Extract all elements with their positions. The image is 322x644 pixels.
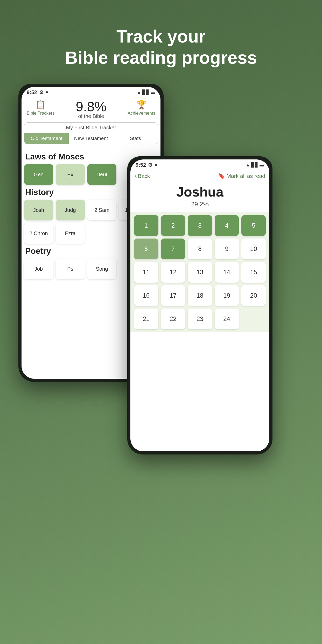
chapter-21[interactable]: 21 [134, 309, 158, 329]
back-chevron-icon: ‹ [135, 172, 137, 180]
front-phone-content: 9:52 ▲ ▊▊ ▬ ‹ Back [130, 159, 269, 451]
back-app-header: 📋 Bible Trackers 9.8% of the Bible 🏆 Ach… [22, 98, 160, 122]
chapter-20[interactable]: 20 [241, 285, 266, 306]
back-gear-icon [39, 89, 44, 96]
book-job[interactable]: Job [24, 258, 53, 279]
percentage-sub: of the Bible [76, 113, 107, 119]
back-battery-icon: ▬ [151, 90, 155, 95]
front-time: 9:52 [136, 162, 146, 168]
chapter-5[interactable]: 5 [241, 215, 266, 236]
chapter-10[interactable]: 10 [241, 239, 266, 259]
chapter-11[interactable]: 11 [134, 262, 158, 283]
tab-old-testament[interactable]: Old Testament [24, 133, 69, 144]
chapter-13[interactable]: 13 [188, 262, 212, 283]
book-2chron[interactable]: 2 Chron [24, 223, 53, 244]
back-dot-icon [46, 91, 48, 93]
back-button[interactable]: ‹ Back [135, 172, 150, 180]
back-label: Back [138, 173, 150, 179]
front-dot-icon [155, 164, 157, 166]
book-ps[interactable]: Ps [56, 258, 85, 279]
mark-all-read-label: Mark all as read [227, 173, 265, 179]
chapter-23[interactable]: 23 [188, 309, 212, 329]
chapter-18[interactable]: 18 [188, 285, 212, 306]
chapter-6[interactable]: 6 [134, 239, 158, 259]
back-phone-status-bar: 9:52 ▲ ▊▊ ▬ [22, 87, 160, 98]
achievements-btn[interactable]: 🏆 Achievements [128, 100, 155, 116]
book-ex[interactable]: Ex [56, 164, 85, 185]
chapter-1[interactable]: 1 [134, 215, 158, 236]
chapter-7[interactable]: 7 [161, 239, 185, 259]
back-signal-icon: ▊▊ [142, 89, 150, 95]
book-gen[interactable]: Gen [24, 164, 53, 185]
chapter-16[interactable]: 16 [134, 285, 158, 306]
front-nav-bar-top: ‹ Back 🔖 Mark all as read [130, 170, 269, 181]
book-deut[interactable]: Deut [87, 164, 116, 185]
front-phone-inner: 9:52 ▲ ▊▊ ▬ ‹ Back [130, 159, 269, 451]
phones-container: 9:52 ▲ ▊▊ ▬ 📋 Bible Trackers [18, 84, 304, 576]
book-2sam[interactable]: 2 Sam [87, 200, 116, 220]
chapter-19[interactable]: 19 [215, 285, 239, 306]
book-judg[interactable]: Judg [56, 200, 85, 220]
chapter-22[interactable]: 22 [161, 309, 185, 329]
tab-new-testament[interactable]: New Testament [69, 133, 113, 144]
front-phone: 9:52 ▲ ▊▊ ▬ ‹ Back [127, 156, 272, 454]
chapter-24[interactable]: 24 [215, 309, 239, 329]
chapter-4[interactable]: 4 [215, 215, 239, 236]
chapter-9[interactable]: 9 [215, 239, 239, 259]
front-phone-status-bar: 9:52 ▲ ▊▊ ▬ [130, 159, 269, 170]
bible-trackers-btn[interactable]: 📋 Bible Trackers [27, 100, 55, 116]
chapter-3[interactable]: 3 [188, 215, 212, 236]
headline: Track your Bible reading progress [65, 0, 257, 68]
achievements-label: Achievements [128, 111, 155, 116]
chapter-8[interactable]: 8 [188, 239, 212, 259]
percentage-num: 9.8% [76, 100, 107, 113]
achievements-icon: 🏆 [136, 100, 147, 110]
book-song[interactable]: Song [87, 258, 116, 279]
book-title: Joshua [130, 184, 269, 200]
chapter-17[interactable]: 17 [161, 285, 185, 306]
chapter-2[interactable]: 2 [161, 215, 185, 236]
tracker-tabs: Old Testament New Testament Stats [24, 133, 158, 144]
book-josh[interactable]: Josh [24, 200, 53, 220]
headline-line2: Bible reading progress [65, 48, 257, 67]
chapter-12[interactable]: 12 [161, 262, 185, 283]
book-ezra[interactable]: Ezra [56, 223, 85, 244]
tab-stats[interactable]: Stats [113, 133, 158, 144]
bookmark-icon: 🔖 [218, 173, 225, 179]
book-title-screen: Joshua 29.2% [130, 181, 269, 212]
tracker-card-title: My First Bible Tracker [24, 123, 158, 133]
front-wifi-icon: ▲ [246, 162, 250, 168]
bible-trackers-icon: 📋 [36, 100, 46, 110]
chapter-14[interactable]: 14 [215, 262, 239, 283]
mark-all-read-button[interactable]: 🔖 Mark all as read [218, 173, 265, 179]
bible-trackers-label: Bible Trackers [27, 111, 55, 116]
back-time: 9:52 [27, 89, 37, 95]
front-signal-icon: ▊▊ [251, 162, 258, 168]
back-wifi-icon: ▲ [137, 90, 141, 95]
front-battery-icon: ▬ [260, 162, 264, 168]
chapter-15[interactable]: 15 [241, 262, 266, 283]
headline-line1: Track your [116, 26, 206, 46]
tracker-card: My First Bible Tracker Old Testament New… [24, 122, 158, 144]
chapters-grid: 1 2 3 4 5 6 7 8 9 10 11 12 13 14 15 16 1 [130, 212, 269, 332]
front-gear-icon [148, 162, 153, 168]
book-percentage: 29.2% [130, 201, 269, 208]
percentage-display: 9.8% of the Bible [76, 100, 107, 119]
